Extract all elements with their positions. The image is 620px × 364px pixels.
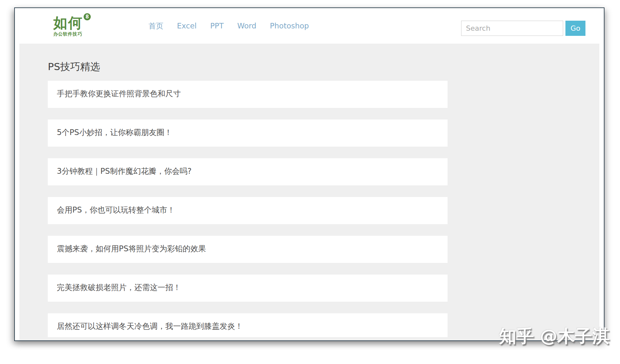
article-list: 手把手教你更换证件照背景色和尺寸 5个PS小妙招，让你称霸朋友圈！ 3分钟教程｜…	[48, 81, 448, 337]
article-title: 会用PS，你也可以玩转整个城市！	[57, 205, 448, 215]
article-list-item[interactable]: 5个PS小妙招，让你称霸朋友圈！	[48, 120, 448, 147]
zhihu-watermark: 知乎 @木子淇	[499, 325, 610, 348]
article-title: 居然还可以这样调冬天冷色调，我一路跪到膝盖发炎！	[57, 321, 448, 331]
main-nav: 首页 Excel PPT Word Photoshop	[142, 21, 316, 31]
nav-item-photoshop[interactable]: Photoshop	[263, 22, 316, 30]
article-title: 手把手教你更换证件照背景色和尺寸	[57, 88, 448, 99]
site-logo[interactable]: 如何8 办公软件技巧	[53, 16, 90, 36]
article-title: 完美拯救破损老照片，还需这一招！	[57, 282, 448, 293]
nav-item-ppt[interactable]: PPT	[203, 22, 231, 30]
logo-name: 如何	[53, 15, 83, 31]
browser-window: 如何8 办公软件技巧 首页 Excel PPT Word Photoshop G…	[14, 7, 604, 341]
search-input[interactable]	[461, 21, 563, 36]
article-title: 3分钟教程｜PS制作魔幻花瓣，你会吗?	[57, 166, 448, 176]
article-list-item[interactable]: 居然还可以这样调冬天冷色调，我一路跪到膝盖发炎！	[48, 313, 448, 337]
article-list-item[interactable]: 手把手教你更换证件照背景色和尺寸	[48, 81, 448, 108]
logo-subtitle: 办公软件技巧	[53, 32, 90, 36]
site-header: 如何8 办公软件技巧 首页 Excel PPT Word Photoshop G…	[15, 8, 604, 44]
article-list-item[interactable]: 震撼来袭，如何用PS将照片变为彩铅的效果	[48, 236, 448, 263]
logo-badge-8: 8	[84, 13, 91, 20]
article-title: 震撼来袭，如何用PS将照片变为彩铅的效果	[57, 244, 448, 254]
article-list-item[interactable]: 完美拯救破损老照片，还需这一招！	[48, 275, 448, 302]
main-content: PS技巧精选 手把手教你更换证件照背景色和尺寸 5个PS小妙招，让你称霸朋友圈！…	[19, 44, 599, 340]
nav-item-word[interactable]: Word	[231, 22, 263, 30]
search-go-button[interactable]: Go	[565, 21, 585, 36]
nav-item-home[interactable]: 首页	[142, 21, 170, 31]
search-area: Go	[461, 21, 585, 36]
article-list-item[interactable]: 3分钟教程｜PS制作魔幻花瓣，你会吗?	[48, 158, 448, 185]
article-list-item[interactable]: 会用PS，你也可以玩转整个城市！	[48, 197, 448, 224]
logo-text: 如何8	[53, 16, 90, 30]
article-title: 5个PS小妙招，让你称霸朋友圈！	[57, 127, 448, 138]
nav-item-excel[interactable]: Excel	[170, 22, 203, 30]
page-title: PS技巧精选	[48, 60, 599, 73]
